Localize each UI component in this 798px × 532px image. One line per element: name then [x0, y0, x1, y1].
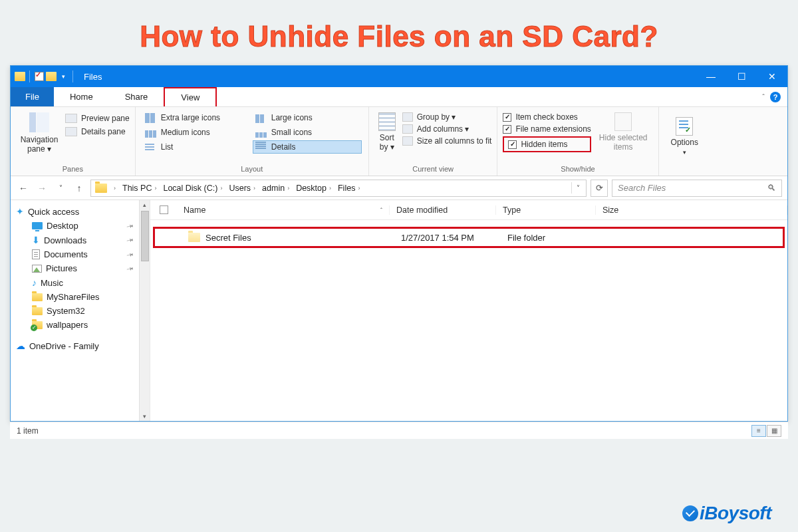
- ribbon-group-label: Layout: [141, 164, 363, 174]
- breadcrumb-segment[interactable]: admin›: [259, 184, 292, 193]
- layout-small[interactable]: Small icons: [253, 126, 362, 139]
- layout-large[interactable]: Large icons: [253, 111, 362, 124]
- address-dropdown-icon[interactable]: ˅: [571, 182, 585, 194]
- checkbox-icon: [503, 125, 511, 134]
- maximize-button[interactable]: ☐: [726, 66, 757, 87]
- tab-file[interactable]: File: [11, 87, 54, 106]
- pictures-icon: [32, 265, 42, 273]
- layout-extra-large[interactable]: Extra large icons: [142, 111, 251, 124]
- navigation-pane-icon: [29, 112, 49, 132]
- ribbon-group-label: Current view: [374, 164, 492, 174]
- qat-checkbox-icon[interactable]: [34, 71, 45, 82]
- sort-by-label: Sort by ▾: [380, 133, 394, 152]
- details-icon: [255, 142, 267, 152]
- icons-view-toggle[interactable]: ▦: [767, 425, 781, 437]
- breadcrumb-segment[interactable]: This PC›: [120, 184, 159, 193]
- forward-button[interactable]: →: [35, 181, 49, 196]
- tab-share[interactable]: Share: [109, 87, 164, 106]
- minimize-button[interactable]: —: [696, 66, 726, 87]
- sidebar-scrollbar[interactable]: ▴ ▾: [139, 200, 150, 421]
- preview-pane-button[interactable]: Preview pane: [65, 114, 130, 123]
- status-bar: 1 item ≡ ▦: [10, 422, 788, 439]
- sidebar-item-documents[interactable]: Documents📌︎: [12, 247, 138, 261]
- layout-details[interactable]: Details: [253, 140, 362, 154]
- file-list: Nameˆ Date modified Type Size Secret Fil…: [150, 200, 787, 421]
- hidden-items-toggle[interactable]: Hidden items: [503, 136, 591, 152]
- breadcrumb-segment[interactable]: Files›: [335, 184, 362, 193]
- file-extensions-toggle[interactable]: File name extensions: [503, 124, 591, 134]
- item-checkboxes-toggle[interactable]: Item check boxes: [503, 112, 591, 122]
- options-button[interactable]: ✓ Options▾: [664, 114, 705, 160]
- group-by-button[interactable]: Group by ▾: [402, 112, 492, 122]
- grid-icon: [145, 112, 157, 123]
- sidebar-item-desktop[interactable]: Desktop📌︎: [12, 219, 138, 233]
- preview-pane-icon: [65, 114, 77, 123]
- grid-icon: [255, 112, 267, 123]
- qat-dropdown-icon[interactable]: ▾: [58, 71, 68, 82]
- size-columns-button[interactable]: Size all columns to fit: [402, 136, 492, 146]
- hide-selected-button[interactable]: Hide selected items: [594, 110, 653, 155]
- folder-icon: [188, 233, 200, 242]
- layout-list[interactable]: List: [142, 140, 251, 154]
- document-icon: [32, 249, 40, 259]
- address-bar[interactable]: › This PC› Local Disk (C:)› Users› admin…: [90, 180, 587, 197]
- brand-logo: iBoysoft: [682, 503, 771, 524]
- breadcrumb-segment[interactable]: Users›: [226, 184, 258, 193]
- star-icon: ✦: [16, 206, 24, 217]
- sidebar-quick-access[interactable]: ✦Quick access: [12, 204, 138, 219]
- add-columns-button[interactable]: Add columns ▾: [402, 124, 492, 134]
- details-view-toggle[interactable]: ≡: [751, 425, 766, 437]
- folder-icon: [32, 307, 43, 315]
- sidebar-onedrive[interactable]: ☁OneDrive - Family: [12, 338, 138, 353]
- breadcrumb-segment[interactable]: Desktop›: [293, 184, 334, 193]
- preview-pane-label: Preview pane: [81, 114, 130, 123]
- search-input[interactable]: Search Files 🔍︎: [612, 180, 782, 197]
- scroll-down-icon: ▾: [143, 412, 146, 421]
- tab-home[interactable]: Home: [54, 87, 109, 106]
- list-icon: [145, 142, 157, 152]
- pin-icon: 📌︎: [125, 235, 136, 245]
- column-type[interactable]: Type: [496, 205, 596, 215]
- brand-icon: [682, 505, 698, 521]
- cloud-icon: ☁: [16, 340, 25, 351]
- file-name: Secret Files: [205, 233, 251, 243]
- column-size[interactable]: Size: [596, 205, 787, 215]
- options-icon: ✓: [676, 117, 693, 136]
- sort-icon: [378, 112, 396, 131]
- back-button[interactable]: ←: [16, 181, 31, 196]
- sidebar-item-system32[interactable]: System32: [12, 304, 138, 318]
- grid-icon: [255, 127, 267, 138]
- tab-view[interactable]: View: [164, 87, 217, 106]
- search-placeholder: Search Files: [618, 183, 666, 193]
- help-icon[interactable]: ?: [770, 92, 781, 102]
- layout-medium[interactable]: Medium icons: [142, 126, 251, 139]
- ribbon-group-panes: Navigation pane ▾ Preview pane Details p…: [11, 107, 136, 176]
- sidebar-item-downloads[interactable]: ⬇Downloads📌︎: [12, 233, 138, 247]
- table-row[interactable]: Secret Files 1/27/2017 1:54 PM File fold…: [153, 227, 785, 248]
- column-modified[interactable]: Date modified: [390, 205, 496, 215]
- sidebar-item-pictures[interactable]: Pictures📌︎: [12, 261, 138, 275]
- refresh-button[interactable]: ⟳: [591, 180, 608, 197]
- ribbon: Navigation pane ▾ Preview pane Details p…: [11, 107, 787, 176]
- sort-by-button[interactable]: Sort by ▾: [374, 110, 400, 155]
- sidebar-item-music[interactable]: ♪Music: [12, 275, 138, 290]
- sidebar-item-wallpapers[interactable]: wallpapers: [12, 318, 138, 332]
- navigation-pane-button[interactable]: Navigation pane ▾: [16, 110, 63, 157]
- column-name[interactable]: Nameˆ: [177, 205, 390, 215]
- breadcrumb-segment[interactable]: ›: [111, 185, 118, 192]
- navigation-pane: ✦Quick access Desktop📌︎ ⬇Downloads📌︎ Doc…: [11, 200, 150, 421]
- sidebar-item-mysharefiles[interactable]: MyShareFiles: [12, 290, 138, 304]
- details-pane-button[interactable]: Details pane: [65, 127, 130, 136]
- ribbon-tabs: File Home Share View ˆ ?: [11, 87, 787, 107]
- up-button[interactable]: ↑: [72, 181, 86, 196]
- collapse-ribbon-icon[interactable]: ˆ: [762, 93, 765, 101]
- close-button[interactable]: ✕: [757, 66, 787, 87]
- item-count: 1 item: [17, 426, 39, 436]
- desktop-icon: [32, 222, 43, 229]
- select-all-checkbox[interactable]: [150, 205, 177, 214]
- scroll-thumb[interactable]: [141, 211, 149, 261]
- folder-icon: [46, 71, 57, 82]
- details-pane-icon: [65, 127, 77, 136]
- recent-dropdown-icon[interactable]: ˅: [53, 181, 68, 196]
- breadcrumb-segment[interactable]: Local Disk (C:)›: [160, 184, 225, 193]
